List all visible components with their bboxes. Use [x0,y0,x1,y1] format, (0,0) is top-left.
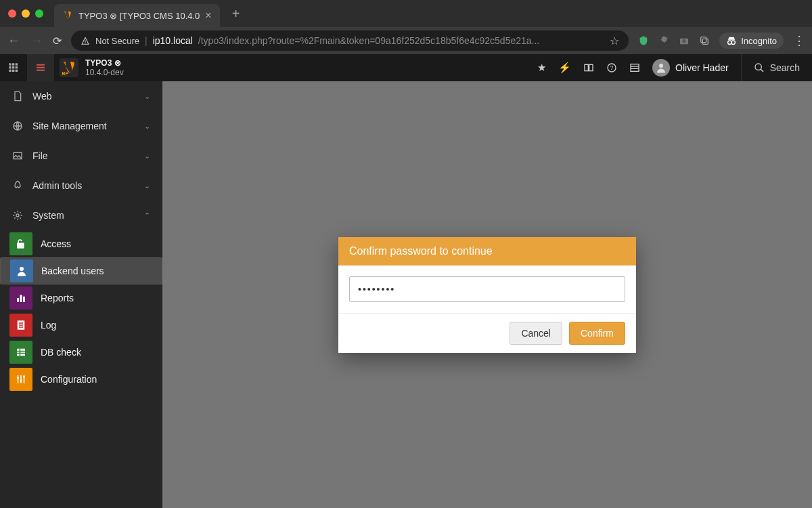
user-menu[interactable]: Oliver Hader [652,59,729,77]
nav-back-button[interactable]: ← [7,34,20,48]
new-tab-button[interactable]: + [232,6,240,22]
flash-icon[interactable]: ⚡ [558,62,571,74]
camera-extension-icon[interactable] [679,35,690,46]
nav-forward-button[interactable]: → [30,34,43,48]
nav-item-db-check[interactable]: DB check [0,339,162,366]
svg-rect-12 [16,66,18,68]
svg-point-51 [23,376,25,378]
window-close-button[interactable] [8,9,16,18]
search-label: Search [770,62,800,73]
svg-point-28 [659,64,663,68]
svg-rect-37 [23,297,25,302]
nav-item-log-label: Log [41,320,56,331]
nav-group-admin[interactable]: Admin tools ⌄ [0,171,162,200]
list-icon[interactable] [629,62,640,73]
confirm-button[interactable]: Confirm [569,322,625,345]
browser-tab-active[interactable]: TYPO3 ⊗ [TYPO3 CMS 10.4.0 × [54,4,220,27]
nav-group-system-label: System [32,210,135,221]
shield-extension-icon[interactable] [638,35,649,46]
user-name: Oliver Hader [675,62,729,73]
svg-rect-16 [37,64,45,66]
url-separator: | [145,35,148,46]
svg-rect-21 [585,64,588,70]
svg-rect-13 [9,70,11,72]
gear-extension-icon[interactable] [658,35,669,46]
image-icon [12,150,23,161]
chevron-down-icon: ⌄ [144,92,150,101]
svg-text:?: ? [610,64,614,71]
nav-item-configuration[interactable]: Configuration [0,366,162,393]
sliders-icon [9,368,32,391]
tab-close-icon[interactable]: × [205,9,211,22]
nav-group-system[interactable]: System ⌃ [0,200,162,230]
svg-rect-35 [17,298,19,302]
not-secure-label: Not Secure [95,36,139,46]
svg-point-29 [755,64,761,70]
svg-rect-36 [20,295,22,303]
svg-point-2 [683,39,686,43]
svg-rect-3 [701,37,706,43]
nav-item-log[interactable]: Log [0,312,162,339]
tab-title: TYPO3 ⊗ [TYPO3 CMS 10.4.0 [78,11,200,21]
chevron-down-icon: ⌄ [144,182,150,190]
svg-text:BP: BP [62,71,69,76]
url-host: ip10.local [153,35,193,46]
chart-icon [9,287,32,310]
avatar-icon [652,59,670,77]
app-topbar: BP TYPO3 ⊗ 10.4.0-dev ★ ⚡ ? Oliver Hader… [0,54,812,81]
incognito-label: Incognito [741,36,777,46]
gear-icon [12,210,23,221]
svg-rect-22 [589,64,593,70]
help-icon[interactable]: ? [606,62,617,73]
window-minimize-button[interactable] [22,9,30,18]
nav-item-configuration-label: Configuration [41,374,97,385]
nav-group-web[interactable]: Web ⌄ [0,81,162,111]
svg-rect-8 [12,63,14,65]
svg-point-49 [20,380,22,382]
nav-group-site-label: Site Management [32,121,135,131]
password-input[interactable] [349,276,625,302]
browser-address-bar-row: ← → ⟳ Not Secure | ip10.local /typo3/ind… [0,27,812,54]
window-maximize-button[interactable] [35,9,43,18]
nav-item-db-check-label: DB check [41,347,81,358]
window-stack-icon[interactable] [699,35,710,46]
bookmark-star-icon[interactable]: ☆ [610,35,619,47]
reload-button[interactable]: ⟳ [53,35,62,47]
nav-item-reports[interactable]: Reports [0,284,162,312]
confirm-password-modal: Confirm password to continue Cancel Conf… [338,237,636,353]
cancel-button[interactable]: Cancel [510,322,562,345]
svg-point-33 [16,214,19,217]
not-secure-icon [81,36,90,45]
svg-line-30 [761,69,763,72]
nav-group-admin-label: Admin tools [32,180,135,191]
nav-item-access[interactable]: Access [0,230,162,257]
module-grid-button[interactable] [0,54,27,81]
svg-rect-11 [12,66,14,68]
svg-rect-17 [37,67,45,68]
globe-icon [12,121,23,131]
svg-point-47 [17,377,19,379]
brand-version: 10.4.0-dev [85,68,124,77]
svg-rect-14 [12,70,14,72]
nav-group-site[interactable]: Site Management ⌄ [0,111,162,141]
incognito-badge[interactable]: Incognito [719,33,784,49]
extension-icons: Incognito ⋮ [638,33,805,49]
svg-rect-10 [9,66,11,68]
url-path: /typo3/index.php?route=%2Fmain&token=09a… [198,35,539,46]
nav-group-file[interactable]: File ⌄ [0,141,162,171]
svg-rect-9 [16,63,18,65]
brand-section[interactable]: BP TYPO3 ⊗ 10.4.0-dev [54,58,124,78]
windows-icon[interactable] [583,62,594,73]
search-button[interactable]: Search [741,54,800,81]
svg-rect-42 [17,349,25,356]
nav-item-reports-label: Reports [41,293,74,303]
lock-open-icon [9,232,32,255]
browser-menu-button[interactable]: ⋮ [793,33,805,48]
content-area: Confirm password to continue Cancel Conf… [162,81,812,508]
sidebar-toggle-button[interactable] [27,54,54,81]
bookmark-icon[interactable]: ★ [537,62,546,74]
address-bar[interactable]: Not Secure | ip10.local /typo3/index.php… [71,30,629,51]
typo3-logo-icon: BP [60,58,78,77]
nav-item-backend-users[interactable]: Backend users [0,257,162,284]
user-icon [10,259,33,282]
